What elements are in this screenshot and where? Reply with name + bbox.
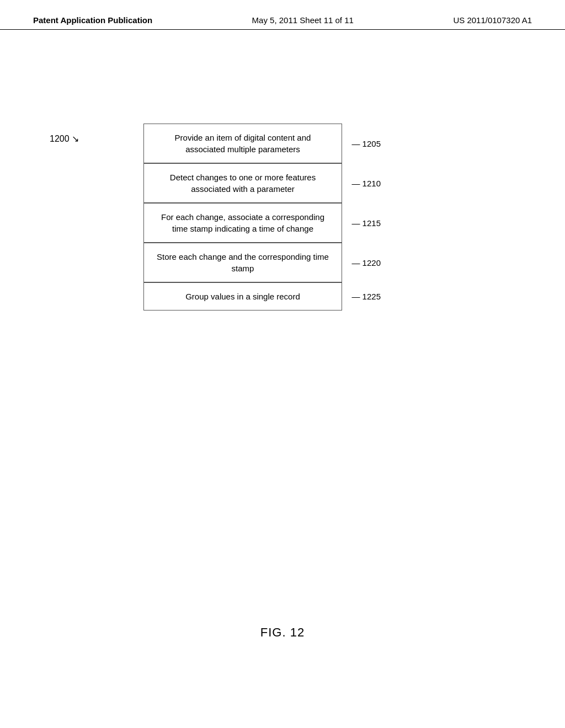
- step-1205-label: — 1205: [351, 139, 381, 148]
- step-1220-box: Store each change and the corresponding …: [143, 243, 342, 282]
- step-1205-row: Provide an item of digital content and a…: [143, 124, 342, 163]
- figure-caption: FIG. 12: [0, 625, 565, 640]
- step-1210-row: Detect changes to one or more features a…: [143, 163, 342, 203]
- step-1220-label: — 1220: [351, 258, 381, 267]
- diagram-container: 1200 ↘ Provide an item of digital conten…: [0, 107, 565, 603]
- step-1205-box: Provide an item of digital content and a…: [143, 124, 342, 163]
- step-1210-label: — 1210: [351, 179, 381, 188]
- step-1220-row: Store each change and the corresponding …: [143, 243, 342, 282]
- step-1210-text: Detect changes to one or more features a…: [170, 173, 316, 194]
- step-1215-row: For each change, associate a correspondi…: [143, 203, 342, 243]
- step-1225-box: Group values in a single record: [143, 282, 342, 311]
- step-1215-box: For each change, associate a correspondi…: [143, 203, 342, 243]
- step-1215-label: — 1215: [351, 218, 381, 228]
- step-1215-text: For each change, associate a correspondi…: [161, 212, 324, 233]
- step-1220-text: Store each change and the corresponding …: [157, 252, 329, 273]
- step-1225-text: Group values in a single record: [185, 292, 300, 301]
- patent-number: US 2011/0107320 A1: [453, 15, 532, 25]
- flow-id-label: 1200 ↘: [50, 133, 79, 144]
- sheet-info: May 5, 2011 Sheet 11 of 11: [252, 15, 354, 25]
- publication-label: Patent Application Publication: [33, 15, 152, 25]
- step-1225-row: Group values in a single record — 1225: [143, 282, 342, 311]
- step-1225-label: — 1225: [351, 292, 381, 301]
- flowchart: Provide an item of digital content and a…: [143, 124, 342, 311]
- page-header: Patent Application Publication May 5, 20…: [0, 0, 565, 30]
- step-1205-text: Provide an item of digital content and a…: [175, 133, 311, 154]
- step-1210-box: Detect changes to one or more features a…: [143, 163, 342, 203]
